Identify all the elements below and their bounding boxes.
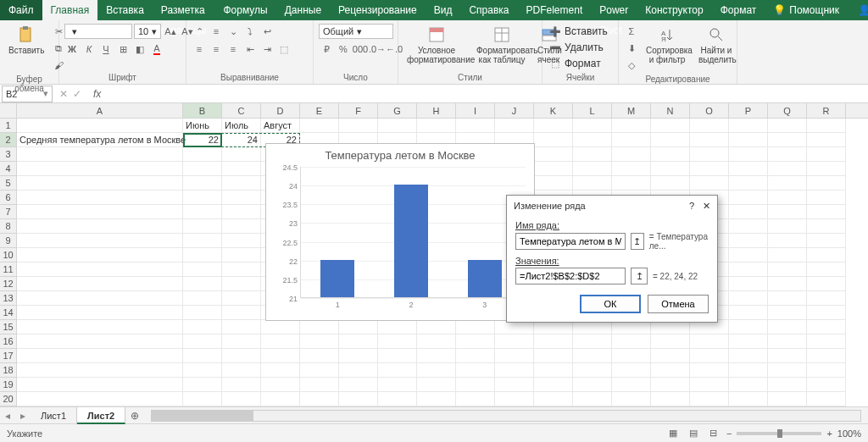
cell[interactable] <box>222 234 261 248</box>
cell[interactable] <box>807 219 846 234</box>
cell[interactable] <box>222 320 261 334</box>
cell[interactable] <box>768 291 807 306</box>
currency-button[interactable]: ₽ <box>319 41 334 57</box>
cell[interactable] <box>17 378 183 392</box>
tab-help[interactable]: Справка <box>460 0 517 20</box>
cell[interactable] <box>222 306 261 320</box>
cell[interactable] <box>222 363 261 378</box>
cell[interactable] <box>222 349 261 363</box>
align-center-button[interactable]: ≡ <box>209 41 224 57</box>
cell[interactable] <box>729 248 768 262</box>
format-cells-button[interactable]: ⬚Формат <box>548 56 601 71</box>
cell[interactable] <box>651 349 690 363</box>
cell[interactable] <box>17 191 183 205</box>
page-layout-view-button[interactable]: ▤ <box>686 426 701 441</box>
select-all-button[interactable] <box>0 103 17 118</box>
cell[interactable] <box>534 378 573 392</box>
cell[interactable] <box>768 349 807 363</box>
tab-insert[interactable]: Вставка <box>97 0 153 20</box>
row-header[interactable]: 13 <box>0 291 17 306</box>
cell[interactable] <box>729 205 768 219</box>
cell[interactable] <box>729 291 768 306</box>
row-header[interactable]: 16 <box>0 334 17 349</box>
cell[interactable] <box>261 349 300 363</box>
cell[interactable] <box>183 378 222 392</box>
cell[interactable] <box>534 176 573 191</box>
cell[interactable] <box>651 392 690 406</box>
cell[interactable] <box>729 262 768 277</box>
ok-button[interactable]: ОК <box>580 295 641 313</box>
cell[interactable] <box>534 162 573 176</box>
align-top-button[interactable]: ⌃ <box>192 24 207 39</box>
worksheet-grid[interactable]: A B C D E F G H I J K L M N O P Q R 1Июн… <box>0 103 868 406</box>
cell[interactable]: Июль <box>222 119 261 133</box>
tab-data[interactable]: Данные <box>276 0 330 20</box>
page-break-view-button[interactable]: ⊟ <box>706 426 721 441</box>
row-header[interactable]: 12 <box>0 277 17 291</box>
cell[interactable] <box>690 392 729 406</box>
col-header-K[interactable]: K <box>534 103 573 118</box>
cell[interactable] <box>17 277 183 291</box>
clear-button[interactable]: ◇ <box>624 58 639 73</box>
cell[interactable] <box>612 363 651 378</box>
cell[interactable] <box>807 363 846 378</box>
col-header-E[interactable]: E <box>300 103 339 118</box>
cell[interactable] <box>807 277 846 291</box>
cell[interactable] <box>456 378 495 392</box>
cell[interactable] <box>300 349 339 363</box>
cell[interactable] <box>222 191 261 205</box>
cell[interactable] <box>17 349 183 363</box>
cell[interactable] <box>768 248 807 262</box>
cell[interactable] <box>378 392 417 406</box>
col-header-Q[interactable]: Q <box>768 103 807 118</box>
col-header-G[interactable]: G <box>378 103 417 118</box>
cell[interactable] <box>300 334 339 349</box>
cell[interactable] <box>768 363 807 378</box>
cell[interactable] <box>417 334 456 349</box>
cell[interactable] <box>183 392 222 406</box>
share-button[interactable]: 👤 Общий доступ <box>848 0 868 22</box>
cell[interactable] <box>690 349 729 363</box>
fill-color-button[interactable]: ◧ <box>132 41 147 57</box>
cell[interactable] <box>183 219 222 234</box>
col-header-C[interactable]: C <box>222 103 261 118</box>
border-button[interactable]: ⊞ <box>115 41 131 57</box>
cell[interactable] <box>183 234 222 248</box>
cell[interactable] <box>495 334 534 349</box>
cell[interactable] <box>339 363 378 378</box>
cell[interactable] <box>807 378 846 392</box>
zoom-slider[interactable] <box>737 432 821 435</box>
cell[interactable] <box>690 119 729 133</box>
cell[interactable] <box>729 176 768 191</box>
cell[interactable] <box>768 147 807 162</box>
cell[interactable] <box>378 363 417 378</box>
cell[interactable] <box>573 147 612 162</box>
row-header[interactable]: 19 <box>0 378 17 392</box>
tell-me[interactable]: 💡 Помощник <box>765 4 848 16</box>
cell[interactable] <box>651 176 690 191</box>
cell[interactable] <box>183 248 222 262</box>
cell[interactable] <box>768 234 807 248</box>
cell[interactable] <box>573 133 612 147</box>
cell[interactable] <box>768 306 807 320</box>
cell[interactable] <box>651 147 690 162</box>
cell[interactable] <box>612 147 651 162</box>
row-header[interactable]: 6 <box>0 191 17 205</box>
cell[interactable] <box>183 176 222 191</box>
cell[interactable] <box>495 363 534 378</box>
cell[interactable] <box>807 234 846 248</box>
zoom-level[interactable]: 100% <box>837 428 861 439</box>
row-header[interactable]: 20 <box>0 392 17 406</box>
cell[interactable] <box>17 234 183 248</box>
cell[interactable] <box>768 162 807 176</box>
cell[interactable] <box>768 392 807 406</box>
fill-button[interactable]: ⬇ <box>624 41 639 56</box>
cell[interactable]: Средняя температура летом в Москве <box>17 133 183 147</box>
col-header-F[interactable]: F <box>339 103 378 118</box>
cell[interactable] <box>222 205 261 219</box>
cell[interactable] <box>612 334 651 349</box>
name-box[interactable]: B2▾ <box>2 86 53 102</box>
conditional-formatting-button[interactable]: Условное форматирование <box>403 24 470 66</box>
cell[interactable] <box>807 306 846 320</box>
cell[interactable] <box>807 262 846 277</box>
